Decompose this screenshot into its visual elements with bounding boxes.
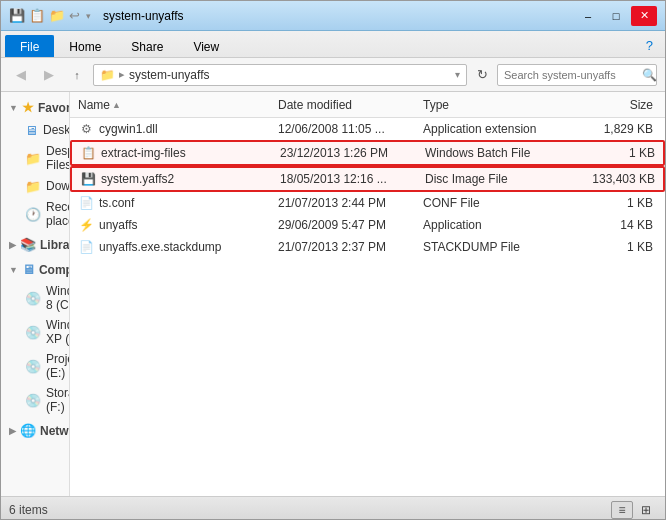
forward-button[interactable]: ▶ xyxy=(37,64,61,86)
file-row-cygwin1dll[interactable]: ⚙ cygwin1.dll 12/06/2008 11:05 ... Appli… xyxy=(70,118,665,140)
address-folder-icon: 📁 xyxy=(100,68,115,82)
chevron-down-icon2: ▼ xyxy=(9,265,18,275)
sidebar-item-desktop[interactable]: 🖥 Desktop xyxy=(1,119,69,141)
computer-icon: 🖥 xyxy=(22,262,35,277)
header-size[interactable]: Size xyxy=(573,98,653,112)
sidebar-item-drive-f-label: Storage (F:) xyxy=(46,386,70,414)
sidebar-header-favorites[interactable]: ▼ ★ Favorites xyxy=(1,96,69,119)
file-date-extract-img-files: 23/12/2013 1:26 PM xyxy=(280,146,425,160)
file-size-tsconf: 1 KB xyxy=(573,196,653,210)
tab-file[interactable]: File xyxy=(5,35,54,57)
maximize-button[interactable]: □ xyxy=(603,6,629,26)
ribbon: File Home Share View ? xyxy=(1,31,665,58)
file-size-system-yaffs2: 133,403 KB xyxy=(575,172,655,186)
refresh-button[interactable]: ↻ xyxy=(471,64,493,86)
titlebar: 💾 📋 📁 ↩ ▾ system-unyaffs – □ ✕ xyxy=(1,1,665,31)
titlebar-left: 💾 📋 📁 ↩ ▾ system-unyaffs xyxy=(9,8,183,23)
sidebar-item-downloads[interactable]: 📁 Downloads xyxy=(1,175,69,197)
file-date-unyaffs: 29/06/2009 5:47 PM xyxy=(278,218,423,232)
sidebar-item-downloads-label: Downloads xyxy=(46,179,70,193)
exe-icon: ⚡ xyxy=(78,217,94,233)
view-controls: ≡ ⊞ xyxy=(611,501,657,519)
titlebar-dropdown[interactable]: ▾ xyxy=(86,11,91,21)
sidebar-item-desptop-files[interactable]: 📁 Desptop Files xyxy=(1,141,69,175)
sidebar-item-desktop-label: Desktop xyxy=(43,123,70,137)
downloads-icon: 📁 xyxy=(25,178,41,194)
dump-icon: 📄 xyxy=(78,239,94,255)
search-box[interactable]: 🔍 xyxy=(497,64,657,86)
file-size-extract-img-files: 1 KB xyxy=(575,146,655,160)
conf-icon: 📄 xyxy=(78,195,94,211)
detail-view-button[interactable]: ≡ xyxy=(611,501,633,519)
drive-c-icon: 💿 xyxy=(25,290,41,306)
titlebar-icon1: 💾 xyxy=(9,8,25,23)
ribbon-tabs: File Home Share View ? xyxy=(1,31,665,57)
sidebar-section-network: ▶ 🌐 Network xyxy=(1,419,69,442)
sidebar-item-desptop-files-label: Desptop Files xyxy=(46,144,70,172)
file-area: Name ▲ Date modified Type Size ⚙ cygwin1… xyxy=(70,92,665,496)
dll-icon: ⚙ xyxy=(78,121,94,137)
sidebar-item-drive-d[interactable]: 💿 Windows XP (D:) xyxy=(1,315,69,349)
statusbar: 6 items ≡ ⊞ xyxy=(1,496,665,520)
file-size-stackdump: 1 KB xyxy=(573,240,653,254)
chevron-right-icon2: ▶ xyxy=(9,426,16,436)
sidebar-item-drive-e[interactable]: 💿 Project (E:) xyxy=(1,349,69,383)
file-type-unyaffs: Application xyxy=(423,218,573,232)
file-row-system-yaffs2[interactable]: 💾 system.yaffs2 18/05/2013 12:16 ... Dis… xyxy=(70,166,665,192)
address-box[interactable]: 📁 ▸ system-unyaffs ▾ xyxy=(93,64,467,86)
sidebar-header-computer[interactable]: ▼ 🖥 Computer xyxy=(1,258,69,281)
file-name-stackdump: 📄 unyaffs.exe.stackdump xyxy=(78,239,278,255)
tab-share[interactable]: Share xyxy=(116,35,178,57)
header-date[interactable]: Date modified xyxy=(278,98,423,112)
file-row-tsconf[interactable]: 📄 ts.conf 21/07/2013 2:44 PM CONF File 1… xyxy=(70,192,665,214)
search-input[interactable] xyxy=(504,69,642,81)
sidebar-item-recent-label: Recent places xyxy=(46,200,70,228)
file-type-system-yaffs2: Disc Image File xyxy=(425,172,575,186)
sidebar: ▼ ★ Favorites 🖥 Desktop 📁 Desptop Files … xyxy=(1,92,70,496)
up-button[interactable]: ↑ xyxy=(65,64,89,86)
list-view-button[interactable]: ⊞ xyxy=(635,501,657,519)
titlebar-icon3: 📁 xyxy=(49,8,65,23)
file-type-tsconf: CONF File xyxy=(423,196,573,210)
file-row-unyaffs[interactable]: ⚡ unyaffs 29/06/2009 5:47 PM Application… xyxy=(70,214,665,236)
search-icon[interactable]: 🔍 xyxy=(642,68,657,82)
file-date-system-yaffs2: 18/05/2013 12:16 ... xyxy=(280,172,425,186)
sidebar-section-computer: ▼ 🖥 Computer 💿 Windows 8 (C:) 💿 Windows … xyxy=(1,258,69,417)
back-button[interactable]: ◀ xyxy=(9,64,33,86)
recent-icon: 🕐 xyxy=(25,206,41,222)
file-type-extract-img-files: Windows Batch File xyxy=(425,146,575,160)
file-row-extract-img-files[interactable]: 📋 extract-img-files 23/12/2013 1:26 PM W… xyxy=(70,140,665,166)
sidebar-item-drive-c[interactable]: 💿 Windows 8 (C:) xyxy=(1,281,69,315)
file-date-stackdump: 21/07/2013 2:37 PM xyxy=(278,240,423,254)
sidebar-item-recent[interactable]: 🕐 Recent places xyxy=(1,197,69,231)
file-type-cygwin1dll: Application extension xyxy=(423,122,573,136)
address-text: ▸ xyxy=(119,68,125,81)
libraries-label: Libraries xyxy=(40,238,70,252)
library-icon: 📚 xyxy=(20,237,36,252)
favorites-label: Favorites xyxy=(38,101,70,115)
minimize-button[interactable]: – xyxy=(575,6,601,26)
tab-view[interactable]: View xyxy=(178,35,234,57)
address-dropdown[interactable]: ▾ xyxy=(455,69,460,80)
header-type[interactable]: Type xyxy=(423,98,573,112)
help-button[interactable]: ? xyxy=(638,34,661,57)
sidebar-item-drive-c-label: Windows 8 (C:) xyxy=(46,284,70,312)
addressbar: ◀ ▶ ↑ 📁 ▸ system-unyaffs ▾ ↻ 🔍 xyxy=(1,58,665,92)
file-name-unyaffs: ⚡ unyaffs xyxy=(78,217,278,233)
file-row-stackdump[interactable]: 📄 unyaffs.exe.stackdump 21/07/2013 2:37 … xyxy=(70,236,665,258)
sidebar-section-favorites: ▼ ★ Favorites 🖥 Desktop 📁 Desptop Files … xyxy=(1,96,69,231)
sidebar-item-drive-f[interactable]: 💿 Storage (F:) xyxy=(1,383,69,417)
sidebar-header-libraries[interactable]: ▶ 📚 Libraries xyxy=(1,233,69,256)
star-icon: ★ xyxy=(22,100,34,115)
file-date-cygwin1dll: 12/06/2008 11:05 ... xyxy=(278,122,423,136)
close-button[interactable]: ✕ xyxy=(631,6,657,26)
tab-home[interactable]: Home xyxy=(54,35,116,57)
drive-e-icon: 💿 xyxy=(25,358,41,374)
header-name[interactable]: Name ▲ xyxy=(78,98,278,112)
items-count: 6 items xyxy=(9,503,48,517)
sidebar-item-drive-d-label: Windows XP (D:) xyxy=(46,318,70,346)
batch-icon: 📋 xyxy=(80,145,96,161)
sidebar-header-network[interactable]: ▶ 🌐 Network xyxy=(1,419,69,442)
titlebar-title: system-unyaffs xyxy=(103,9,183,23)
drive-f-icon: 💿 xyxy=(25,392,41,408)
